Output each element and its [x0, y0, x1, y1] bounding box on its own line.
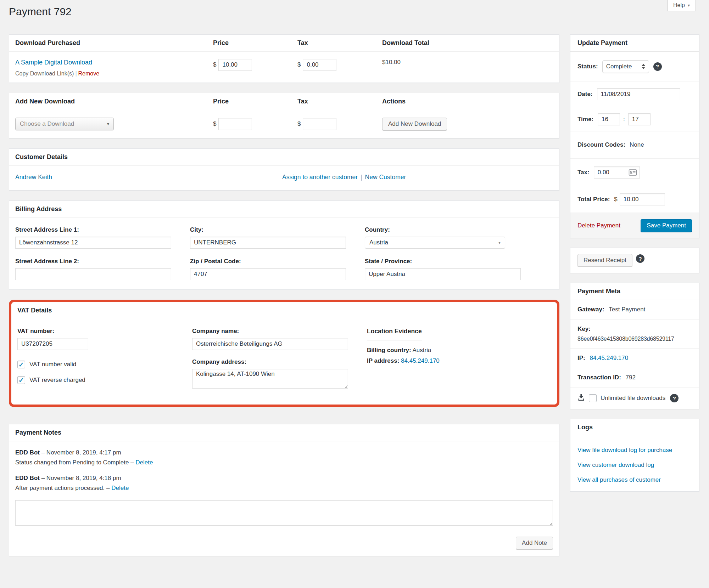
- note-body: Status changed from Pending to Complete …: [15, 459, 134, 466]
- time-separator: :: [623, 116, 625, 123]
- assign-customer-link[interactable]: Assign to another customer: [282, 174, 358, 181]
- note-body: After payment actions processed. –: [15, 485, 110, 491]
- country-label: Country:: [365, 226, 553, 233]
- billing-country-value: Austria: [412, 347, 431, 354]
- vat-details-panel: VAT Details VAT number: ✓ VAT number val…: [9, 300, 559, 407]
- copy-download-links-link[interactable]: Copy Download Link(s): [15, 70, 74, 77]
- help-icon[interactable]: ?: [653, 62, 662, 71]
- tax-label: Tax:: [577, 169, 590, 176]
- payment-notes-panel: Payment Notes EDD Bot – November 8, 2019…: [9, 424, 559, 556]
- payment-notes-title: Payment Notes: [9, 424, 559, 441]
- unlimited-downloads-checkbox[interactable]: [589, 394, 597, 402]
- choose-download-value: Choose a Download: [20, 120, 74, 128]
- help-icon[interactable]: ?: [670, 394, 679, 402]
- transaction-id-value: 792: [626, 374, 636, 381]
- new-note-textarea[interactable]: [15, 500, 553, 526]
- note-date: – November 8, 2019, 4:17 pm: [41, 449, 121, 456]
- vat-number-input[interactable]: [17, 338, 88, 350]
- download-total-value: $10.00: [382, 59, 559, 66]
- company-name-label: Company name:: [192, 328, 367, 335]
- city-input[interactable]: [190, 237, 346, 249]
- street2-label: Street Address Line 2:: [15, 258, 190, 265]
- col-header-download-total: Download Total: [382, 35, 559, 51]
- ip-label: IP:: [577, 355, 585, 361]
- state-input[interactable]: [365, 268, 521, 280]
- item-price-input[interactable]: [218, 59, 252, 71]
- vat-details-title: VAT Details: [11, 302, 557, 319]
- logs-title: Logs: [570, 419, 699, 436]
- add-new-download-button[interactable]: Add New Download: [382, 118, 447, 130]
- vat-number-label: VAT number:: [17, 328, 192, 335]
- gateway-value: Test Payment: [609, 306, 645, 313]
- vat-valid-checkbox[interactable]: ✓: [17, 361, 25, 368]
- col-header-add-new-download: Add New Download: [9, 93, 213, 110]
- transaction-id-label: Transaction ID:: [577, 374, 621, 381]
- status-select[interactable]: Complete: [602, 60, 649, 73]
- key-label: Key:: [577, 326, 591, 332]
- discount-codes-value: None: [630, 141, 644, 148]
- total-price-label: Total Price:: [577, 196, 610, 203]
- country-select[interactable]: Austria ▾: [365, 237, 505, 249]
- key-value: 86ee0f463e415808b069283d68529117: [577, 336, 692, 342]
- currency-symbol: $: [614, 196, 617, 203]
- resend-receipt-button[interactable]: Resend Receipt: [577, 254, 632, 267]
- discount-codes-label: Discount Codes:: [577, 141, 625, 148]
- street1-input[interactable]: [15, 237, 171, 249]
- customer-details-title: Customer Details: [9, 149, 559, 166]
- help-label: Help: [673, 2, 685, 9]
- ip-address-link[interactable]: 84.45.249.170: [401, 357, 440, 364]
- date-input[interactable]: [597, 88, 680, 100]
- billing-address-title: Billing Address: [9, 201, 559, 218]
- currency-symbol: $: [213, 120, 216, 128]
- separator: |: [75, 70, 77, 77]
- note-author: EDD Bot: [15, 475, 40, 481]
- col-header-tax: Tax: [297, 35, 382, 51]
- time-hour-input[interactable]: [598, 113, 620, 125]
- download-name-link[interactable]: A Sample Digital Download: [15, 59, 92, 66]
- unlimited-downloads-label: Unlimited file downloads: [601, 395, 665, 402]
- col-header-download-purchased: Download Purchased: [9, 35, 213, 51]
- tax-calculator-icon[interactable]: [629, 169, 637, 178]
- zip-label: Zip / Postal Code:: [190, 258, 365, 265]
- customer-name-link[interactable]: Andrew Keith: [15, 174, 52, 181]
- note-date: – November 8, 2019, 4:18 pm: [41, 475, 121, 481]
- download-icon: [577, 394, 585, 403]
- remove-download-link[interactable]: Remove: [78, 70, 100, 77]
- vat-reverse-label: VAT reverse charged: [29, 377, 85, 384]
- zip-input[interactable]: [190, 268, 346, 280]
- col-header-price: Price: [213, 93, 297, 110]
- company-address-label: Company address:: [192, 358, 367, 366]
- ip-link[interactable]: 84.45.249.170: [590, 355, 628, 361]
- view-file-download-log-link[interactable]: View file download log for purchase: [577, 447, 692, 454]
- payment-meta-panel: Payment Meta Gateway: Test Payment Key: …: [570, 283, 699, 409]
- delete-payment-link[interactable]: Delete Payment: [577, 222, 620, 229]
- select-stepper-icon: [642, 64, 645, 69]
- billing-country-label: Billing country:: [367, 347, 411, 354]
- col-header-price: Price: [213, 35, 297, 51]
- street2-input[interactable]: [15, 268, 171, 280]
- new-tax-input[interactable]: [303, 118, 336, 130]
- new-customer-link[interactable]: New Customer: [365, 174, 406, 181]
- new-price-input[interactable]: [218, 118, 252, 130]
- delete-note-link[interactable]: Delete: [111, 485, 129, 491]
- update-payment-title: Update Payment: [570, 35, 699, 52]
- view-customer-download-log-link[interactable]: View customer download log: [577, 462, 692, 469]
- vat-reverse-checkbox[interactable]: ✓: [17, 376, 25, 384]
- time-label: Time:: [577, 116, 593, 123]
- status-value: Complete: [606, 63, 632, 70]
- view-all-purchases-link[interactable]: View all purchases of customer: [577, 476, 692, 484]
- dropdown-arrow-icon: ▾: [107, 121, 109, 126]
- total-price-input[interactable]: [620, 193, 665, 205]
- company-address-textarea[interactable]: Kolingasse 14, AT-1090 Wien: [192, 369, 348, 389]
- time-minute-input[interactable]: [628, 113, 651, 125]
- company-name-input[interactable]: [192, 338, 348, 350]
- choose-download-select[interactable]: Choose a Download ▾: [15, 118, 114, 130]
- help-dropdown[interactable]: Help ▾: [667, 0, 696, 11]
- help-icon[interactable]: ?: [636, 254, 644, 263]
- item-tax-input[interactable]: [303, 59, 336, 71]
- add-note-button[interactable]: Add Note: [516, 537, 553, 549]
- save-payment-button[interactable]: Save Payment: [641, 219, 692, 232]
- date-label: Date:: [577, 91, 593, 98]
- delete-note-link[interactable]: Delete: [135, 459, 153, 466]
- dropdown-arrow-icon: ▾: [498, 240, 501, 245]
